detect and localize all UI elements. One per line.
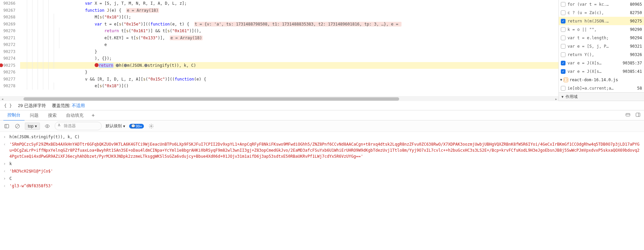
breakpoint-row[interactable]: for (var t = kc.… 80965 (559, 0, 644, 8)
log-level-select[interactable]: 默认级别 ▾ (106, 123, 125, 129)
code-line[interactable]: e (20, 41, 558, 48)
code-line[interactable]: ), {}); (20, 55, 558, 62)
breakpoint-row[interactable]: ✓ return h(m(JSON.… 90275 (559, 17, 644, 25)
line-number[interactable]: 90275 (0, 62, 15, 69)
add-tab-button[interactable]: + (89, 112, 97, 118)
checkbox-icon[interactable] (561, 44, 566, 49)
source-file-row[interactable]: ▼ ⟨⟩ react-dom-16.14.0.js (559, 76, 644, 84)
console-input-entry[interactable]: ›k (0, 160, 644, 167)
line-number[interactable]: 90272 (0, 41, 15, 48)
selected-chars-label: 29 已选择字符 (18, 103, 46, 109)
code-line[interactable]: v && [R, I, D, L, z, A][s("0x15c")]((fun… (20, 76, 558, 83)
breakpoint-code-text: return Y(), (568, 52, 628, 57)
checkbox-icon[interactable]: ✓ (561, 19, 566, 23)
code-line[interactable]: e[s("0x18")]() (20, 83, 558, 90)
tab-autofill[interactable]: 自动填充 (62, 110, 88, 120)
checkbox-icon[interactable]: ✓ (561, 61, 566, 65)
code-line[interactable]: M[s("0x18")](); (20, 14, 558, 21)
console-filter-input[interactable]: 筛选器 (55, 122, 102, 130)
pretty-print-button[interactable]: { } (4, 103, 12, 108)
code-line[interactable]: function J(e) { e = Array(18) (20, 7, 558, 14)
code-line[interactable]: } (20, 48, 558, 55)
checkbox-icon[interactable] (561, 86, 566, 91)
line-number[interactable]: 90277 (0, 76, 15, 83)
breakpoint-row[interactable]: k = o || "", 90290 (559, 25, 644, 34)
code-line[interactable]: } (20, 69, 558, 76)
console-output[interactable]: ›h(m(JSON.stringify(t)), k, C)‹'SRmPQCzc… (0, 132, 644, 250)
breakpoint-row[interactable]: ie[ob]=a.current;a… 58 (559, 84, 644, 92)
chevron-down-icon: ▾ (123, 124, 125, 129)
scroll-left-arrow-icon[interactable]: ◂ (0, 97, 5, 101)
coverage-value-link[interactable]: 不适用 (72, 103, 85, 108)
code-line[interactable]: return h(m(JSON.stringify(t)), k, C) (20, 62, 558, 69)
live-expression-icon[interactable] (44, 123, 51, 130)
expand-triangle-icon: ▼ (561, 95, 564, 99)
line-number[interactable]: 90269 (0, 21, 15, 28)
code-line[interactable]: e[t.KEY] = t[s("0x133")], e = Array(18) (20, 35, 558, 42)
console-output-entry[interactable]: ‹'bN3%cH2$H1@*jCo$' (0, 167, 644, 175)
toggle-sidebar-icon[interactable] (3, 123, 10, 130)
breakpoint-line-number: 90290 (630, 27, 642, 32)
line-number[interactable]: 90278 (0, 83, 15, 90)
line-number[interactable]: 90270 (0, 28, 15, 35)
js-file-icon: ⟨⟩ (564, 78, 568, 82)
editor-status-bar: { } 29 已选择字符 覆盖范围: 不适用 (0, 101, 644, 110)
checkbox-icon[interactable] (561, 36, 566, 40)
expand-triangle-icon: ▼ (560, 78, 562, 82)
scope-section-header[interactable]: ▼ 作用域 (559, 92, 644, 101)
checkbox-icon[interactable] (561, 27, 566, 32)
breakpoint-line-number: 80965 (630, 2, 642, 7)
line-number[interactable]: 90274 (0, 55, 15, 62)
svg-rect-1 (636, 113, 640, 117)
scroll-right-arrow-icon[interactable]: ▸ (554, 97, 558, 101)
svg-rect-0 (626, 113, 630, 116)
drawer-tabs: 控制台 问题 搜索 自动填充 + (0, 110, 644, 120)
console-input-entry[interactable]: ›C (0, 175, 644, 182)
breakpoint-row[interactable]: var t = e.length; 90294 (559, 34, 644, 42)
checkbox-icon[interactable]: ✓ (561, 69, 566, 74)
issues-count: 99+ (136, 124, 142, 128)
output-arrow-icon: ‹ (3, 183, 8, 189)
line-number[interactable]: 90268 (0, 14, 15, 21)
log-level-label: 默认级别 (106, 123, 122, 129)
breakpoint-row[interactable]: var e = [S, j, P… 90321 (559, 42, 644, 50)
code-area[interactable]: var X = [S, j, T, M, N, R, I, A, D, L, z… (20, 0, 558, 101)
editor-horizontal-scrollbar[interactable]: ◂ ▸ (0, 96, 558, 101)
line-number[interactable]: 90276 (0, 69, 15, 76)
breakpoint-row[interactable]: c ? (u = Za(c), 82750 (559, 8, 644, 17)
issues-badge[interactable]: 99+ (129, 124, 144, 129)
breakpoint-line-number: 82750 (630, 10, 642, 15)
breakpoint-row[interactable]: return Y(), 90326 (559, 50, 644, 59)
line-number[interactable]: 90273 (0, 48, 15, 55)
line-number[interactable]: 90267 (0, 7, 15, 14)
output-arrow-icon: ‹ (3, 168, 8, 174)
breakpoint-row[interactable]: ✓ var e = J(X[s… 90385:37 (559, 59, 644, 67)
breakpoint-line-number: 58 (637, 86, 642, 91)
console-input-entry[interactable]: ›h(m(JSON.stringify(t)), k, C) (0, 133, 644, 141)
checkbox-icon[interactable] (561, 2, 566, 7)
console-entry-text: 'bN3%cH2$H1@*jCo$' (9, 168, 641, 174)
clear-console-icon[interactable] (14, 123, 21, 130)
code-line[interactable]: var t = e[s("0x15e")]((function(e, t) { … (20, 21, 558, 28)
breakpoint-row[interactable]: ✓ var e = J(X[s… 90385:41 (559, 67, 644, 76)
code-line[interactable]: return t[s("0x161")] && t[s("0x161")](), (20, 28, 558, 35)
line-number[interactable]: 90271 (0, 35, 15, 42)
console-output-entry[interactable]: ‹'gl3-w^dNf8358f53' (0, 182, 644, 190)
drawer-expand-icon[interactable] (635, 112, 641, 118)
code-editor[interactable]: 9026690267902689026990270902719027290273… (0, 0, 558, 101)
console-settings-icon[interactable] (148, 123, 155, 130)
execution-context-select[interactable]: top ▾ (25, 122, 40, 130)
line-number[interactable]: 90266 (0, 0, 15, 7)
console-output-entry[interactable]: ‹'SRmPQCzcSyF29ZMxBEb4AXkHnYADTtr6GFqbQK… (0, 141, 644, 160)
breakpoint-code-text: return h(m(JSON.… (568, 19, 628, 23)
chevron-down-icon: ▾ (35, 124, 37, 129)
tab-console[interactable]: 控制台 (3, 110, 24, 121)
checkbox-icon[interactable] (561, 10, 566, 15)
scroll-thumb[interactable] (23, 97, 399, 101)
drawer-collapse-icon[interactable] (625, 112, 631, 118)
line-number-gutter: 9026690267902689026990270902719027290273… (0, 0, 20, 101)
tab-issues[interactable]: 问题 (26, 110, 43, 120)
checkbox-icon[interactable] (561, 52, 566, 57)
tab-search[interactable]: 搜索 (44, 110, 61, 120)
code-line[interactable]: var X = [S, j, T, M, N, R, I, A, D, L, z… (20, 0, 558, 7)
